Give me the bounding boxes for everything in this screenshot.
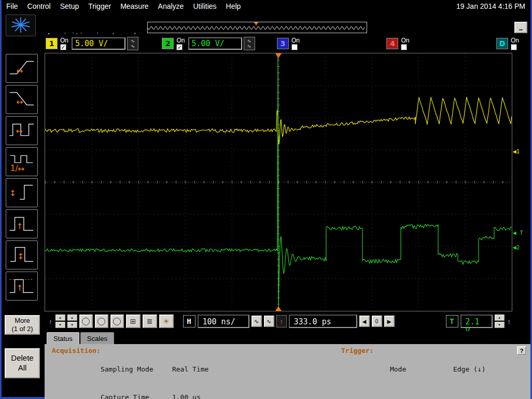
trigger-setup-button[interactable]: T <box>446 315 458 327</box>
clear-display-button[interactable]: ☀ <box>159 315 174 328</box>
meas-fall-time-button[interactable]: ↔ <box>6 85 38 114</box>
svg-text:↔: ↔ <box>16 66 23 76</box>
pan-right-button[interactable]: ▶ <box>384 316 395 327</box>
channel-4-group: 4 On <box>386 37 496 50</box>
meas-top-button[interactable]: ↑ <box>6 209 38 238</box>
channel-3-on-checkbox[interactable] <box>291 44 298 50</box>
delay-readout[interactable]: 333.0 ps <box>289 315 357 328</box>
fine-down-button-1[interactable]: ▼ <box>55 322 65 328</box>
channel-2-on-label: On <box>176 37 185 44</box>
channel-bar: 1 On ✓ 5.00 V/ ∿ ∿ 2 On ✓ <box>45 34 530 53</box>
svg-text:↑: ↑ <box>16 283 23 293</box>
menu-utilities[interactable]: Utilities <box>188 2 221 10</box>
trigger-slope-icon: ↑ <box>507 318 512 325</box>
horizontal-fine-button-2[interactable]: ∿ <box>264 316 274 327</box>
svg-text:↑: ↑ <box>16 222 23 231</box>
channel-3-on-box: On <box>291 37 300 50</box>
pan-left-button[interactable]: ◀ <box>359 316 370 327</box>
channel-4-button[interactable]: 4 <box>386 38 398 49</box>
fine-up-button-1[interactable]: ▲ <box>55 315 65 321</box>
channel-1-coupling-button[interactable]: ∿ ∿ <box>127 37 138 50</box>
menu-setup[interactable]: Setup <box>55 2 84 10</box>
channel-1-on-checkbox[interactable]: ✓ <box>60 44 66 50</box>
waveform-memories-button[interactable]: ≣ <box>143 315 157 328</box>
spark-logo-icon <box>9 16 33 34</box>
trigger-level-spinner: ▲ ▼ <box>495 315 505 328</box>
menu-help[interactable]: Help <box>221 2 246 10</box>
sine-icon: ∿ <box>131 38 135 44</box>
channel-1-scale-readout[interactable]: 5.00 V/ <box>72 37 125 50</box>
fine-down-button-2[interactable]: ▼ <box>67 322 77 328</box>
tab-status[interactable]: Status <box>47 332 79 344</box>
main-column: Acquisition is stopped. 10.0 GSa/s 10.0 … <box>45 12 530 397</box>
marker-a-button[interactable] <box>79 315 93 328</box>
channel-3-button[interactable]: 3 <box>277 38 289 49</box>
sine-icon: ∿ <box>247 44 251 49</box>
status-panel: ? Acquisition: Sampling ModeReal Time Ca… <box>45 344 530 399</box>
zero-delay-button[interactable]: 0 <box>372 316 382 327</box>
channel-4-on-label: On <box>401 37 409 44</box>
menu-control[interactable]: Control <box>23 2 55 10</box>
digital-channel-button[interactable]: D <box>496 38 508 49</box>
svg-text:↔: ↔ <box>16 97 23 107</box>
menu-measure[interactable]: Measure <box>116 2 153 10</box>
status-row-value: Edge (↓) <box>453 365 486 373</box>
marker-c-button[interactable] <box>110 315 124 328</box>
marker-b-button[interactable] <box>95 315 108 328</box>
trigger-section: Trigger: ModeEdge (↓) InfiniiScanNA <box>341 346 486 399</box>
horizontal-fine-button-1[interactable]: ∿ <box>251 316 262 327</box>
svg-text:1/: 1/ <box>10 164 19 173</box>
meas-settling-time-button[interactable]: ↑ <box>6 272 38 301</box>
meas-peak-peak-button[interactable]: ↕ <box>6 240 38 269</box>
channel-2-on-box: On ✓ <box>176 37 185 50</box>
meas-rise-time-button[interactable]: ↔ <box>6 54 38 83</box>
vendor-logo-button[interactable] <box>6 15 36 36</box>
menu-file[interactable]: File <box>2 2 23 10</box>
level-marker[interactable]: ◀2 <box>513 244 520 251</box>
meas-amplitude-button[interactable]: ↕ <box>6 178 38 207</box>
digital-on-label: On <box>511 37 519 44</box>
menu-trigger[interactable]: Trigger <box>83 2 116 10</box>
sine-icon: ∿ <box>131 44 135 49</box>
channel-2-coupling-button[interactable]: ∿ ∿ <box>244 37 255 50</box>
level-marker[interactable]: ◀1 <box>513 148 520 155</box>
channel-1-on-label: On <box>60 37 68 44</box>
more-button[interactable]: More (1 of 2) <box>5 315 40 335</box>
digital-on-checkbox[interactable] <box>511 44 517 50</box>
channel-2-group: 2 On ✓ 5.00 V/ ∿ ∿ <box>162 37 276 50</box>
svg-text:↕: ↕ <box>9 189 16 198</box>
memory-preview-bar[interactable] <box>147 22 367 33</box>
left-sidebar: ↔ ↔ ↔ <box>2 12 45 397</box>
tab-scales[interactable]: Scales <box>80 332 114 344</box>
status-row: InfiniiScanNA <box>341 393 486 399</box>
meas-frequency-button[interactable]: 1/ ↔ <box>6 147 38 176</box>
channel-4-on-checkbox[interactable] <box>401 44 407 50</box>
quick-meas-button[interactable]: ⊞ <box>126 315 141 328</box>
trigger-level-down-button[interactable]: ▼ <box>495 322 505 328</box>
channel-2-on-checkbox[interactable]: ✓ <box>176 44 183 50</box>
svg-text:↕: ↕ <box>17 252 24 261</box>
preview-svg <box>148 22 366 33</box>
trigger-position-button[interactable]: ↑ <box>276 315 287 327</box>
digital-channel-group: D On <box>496 37 522 50</box>
channel-1-on-box: On ✓ <box>60 37 68 50</box>
status-row-value: Real Time <box>172 365 208 373</box>
timebase-readout[interactable]: 100 ns/ <box>198 315 249 328</box>
rise-time-icon: ↔ <box>8 55 36 80</box>
trigger-level-up-button[interactable]: ▲ <box>495 315 505 321</box>
horizontal-scale-button[interactable]: H <box>183 315 195 327</box>
delete-all-label: All <box>6 363 39 373</box>
help-button[interactable]: ? <box>517 346 526 355</box>
waveform-display[interactable] <box>45 53 512 311</box>
delete-all-button[interactable]: Delete All <box>5 348 40 378</box>
fine-up-button-2[interactable]: ▲ <box>67 315 77 321</box>
minimize-button[interactable]: – <box>514 22 527 33</box>
trigger-level-readout[interactable]: 2.1 V <box>460 315 493 328</box>
channel-1-button[interactable]: 1 <box>46 38 58 49</box>
channel-2-button[interactable]: 2 <box>162 38 174 49</box>
sine-icon: ∿ <box>247 38 251 44</box>
menu-analyze[interactable]: Analyze <box>153 2 189 10</box>
level-marker[interactable]: ◀ T <box>513 230 523 236</box>
meas-period-button[interactable]: ↔ <box>6 116 38 145</box>
channel-2-scale-readout[interactable]: 5.00 V/ <box>188 37 242 50</box>
